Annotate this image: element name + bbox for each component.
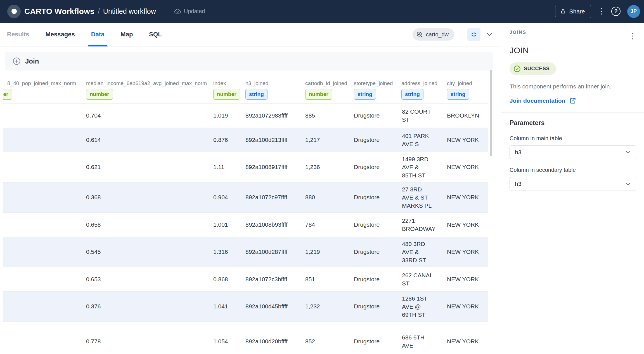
connection-pill[interactable]: carto_dw (413, 28, 454, 41)
column-name: median_income_6eb619a2_avg_joined_max_no… (83, 80, 210, 86)
table-cell: 401 PARK AVE S (398, 128, 444, 152)
table-row: 0.6140.876892a100d213ffff1,217Drugstore4… (3, 128, 488, 152)
table-cell (3, 128, 83, 152)
results-table: 8_40_pop_joined_max_normnumbermedian_inc… (3, 71, 488, 354)
table-row: 0.6530.868892a1072c3bffff851Drugstore262… (3, 267, 488, 291)
lock-icon (560, 8, 566, 15)
status-label: SUCCESS (524, 66, 550, 72)
table-cell: Drugstore (351, 182, 398, 212)
data-search-icon (416, 31, 423, 38)
table-cell: NEW YORK (444, 213, 488, 237)
documentation-link[interactable]: Join documentation (510, 97, 636, 104)
connection-name: carto_dw (426, 31, 449, 38)
panel-kebab-menu[interactable] (629, 30, 636, 42)
tab-data[interactable]: Data (88, 23, 108, 46)
table-cell: NEW YORK (444, 292, 488, 322)
node-settings-panel: JOINS JOIN SUCCESS This component perfor… (501, 23, 644, 354)
table-vertical-scrollbar[interactable] (490, 70, 492, 156)
tab-messages[interactable]: Messages (42, 23, 78, 46)
share-label: Share (569, 8, 585, 15)
column-name: index (210, 80, 242, 86)
table-cell: Drugstore (351, 213, 398, 237)
table-header-row: 8_40_pop_joined_max_normnumbermedian_inc… (3, 71, 488, 103)
table-cell: 892a1008917ffff (242, 152, 302, 182)
table-cell: 27 3RD AVE & ST MARKS PL (398, 182, 444, 212)
table-cell (3, 104, 83, 128)
column-name: address_joined (398, 80, 444, 86)
table-row: 0.6211.11892a1008917ffff1,236Drugstore14… (3, 152, 488, 182)
table-cell: 852 (302, 322, 351, 354)
table-cell (3, 292, 83, 322)
column-header: median_income_6eb619a2_avg_joined_max_no… (83, 80, 210, 100)
parameters-title: Parameters (510, 119, 636, 127)
table-cell (3, 322, 83, 354)
table-cell: 2271 BROADWAY (398, 213, 444, 237)
table-row: 0.7041.019892a1072983ffff885Drugstore82 … (3, 103, 488, 128)
table-cell: 0.868 (210, 267, 242, 291)
avatar[interactable]: JP (627, 5, 640, 18)
table-cell: 0.376 (83, 292, 210, 322)
column-type-badge: string (354, 89, 376, 100)
table-cell: 880 (302, 182, 351, 212)
column-header: cartodb_id_joinednumber (302, 80, 351, 100)
table-cell: Drugstore (351, 267, 398, 291)
column-name: city_joined (444, 80, 488, 86)
table-cell: 0.658 (83, 213, 210, 237)
column-type-badge: number (305, 89, 332, 100)
table-cell: 0.653 (83, 267, 210, 291)
header-kebab-menu[interactable] (598, 5, 605, 18)
tab-map[interactable]: Map (117, 23, 136, 46)
table-cell: 1.054 (210, 322, 242, 354)
tab-sql[interactable]: SQL (146, 23, 165, 46)
table-cell: 892a100d20bffff (242, 322, 302, 354)
column-header: address_joinedstring (398, 80, 444, 100)
table-cell (3, 182, 83, 212)
column-header: storetype_joinedstring (351, 80, 398, 100)
column-name: cartodb_id_joined (302, 80, 351, 86)
table-row: 0.3680.904892a1072c97ffff880Drugstore27 … (3, 182, 488, 212)
chevron-down-icon (625, 180, 631, 187)
brand-title: CARTO Workflows (24, 7, 94, 16)
main-column-value: h3 (515, 149, 521, 156)
table-cell: 0.545 (83, 237, 210, 267)
join-node-label: Join (25, 57, 39, 65)
table-cell: 0.876 (210, 128, 242, 152)
table-cell: 1.316 (210, 237, 242, 267)
panel-title: JOIN (510, 46, 636, 55)
carto-logo[interactable] (7, 5, 21, 18)
check-circle-icon (513, 65, 521, 73)
table-row: 0.5451.316892a100d287ffff1,219Drugstore4… (3, 237, 488, 267)
join-node-bar[interactable]: Join (5, 52, 493, 71)
main-column-select[interactable]: h3 (510, 145, 636, 159)
column-type-badge: number (3, 89, 12, 100)
secondary-column-value: h3 (515, 180, 521, 187)
external-link-icon (569, 97, 576, 104)
help-icon[interactable]: ? (611, 7, 621, 16)
column-type-badge: string (401, 89, 423, 100)
table-cell: NEW YORK (444, 267, 488, 291)
column-name: h3_joined (242, 80, 302, 86)
workflow-title[interactable]: Untitled workflow (103, 7, 156, 15)
panel-divider (501, 112, 644, 112)
collapse-panel-button[interactable] (467, 28, 480, 41)
secondary-column-select[interactable]: h3 (510, 177, 636, 191)
table-body: 0.7041.019892a1072983ffff885Drugstore82 … (3, 103, 488, 354)
status-badge: SUCCESS (510, 62, 556, 75)
share-button[interactable]: Share (555, 5, 591, 18)
panel-breadcrumb: JOINS (510, 30, 527, 35)
expand-results-button[interactable] (486, 31, 493, 38)
main-column-label: Column in main table (510, 135, 636, 142)
table-cell: 686 6TH AVE (398, 322, 444, 354)
column-header: h3_joinedstring (242, 80, 302, 100)
carto-logo-dot (11, 9, 17, 14)
table-cell: 851 (302, 267, 351, 291)
column-header: indexnumber (210, 80, 242, 100)
table-cell: 0.614 (83, 128, 210, 152)
table-cell: 892a100d287ffff (242, 237, 302, 267)
table-cell: 892a1072c97ffff (242, 182, 302, 212)
table-cell: 892a100d213ffff (242, 128, 302, 152)
table-cell: Drugstore (351, 152, 398, 182)
table-cell: 0.904 (210, 182, 242, 212)
table-row: 0.6581.001892a1008b93ffff784Drugstore227… (3, 212, 488, 237)
tab-results[interactable]: Results (4, 23, 32, 46)
